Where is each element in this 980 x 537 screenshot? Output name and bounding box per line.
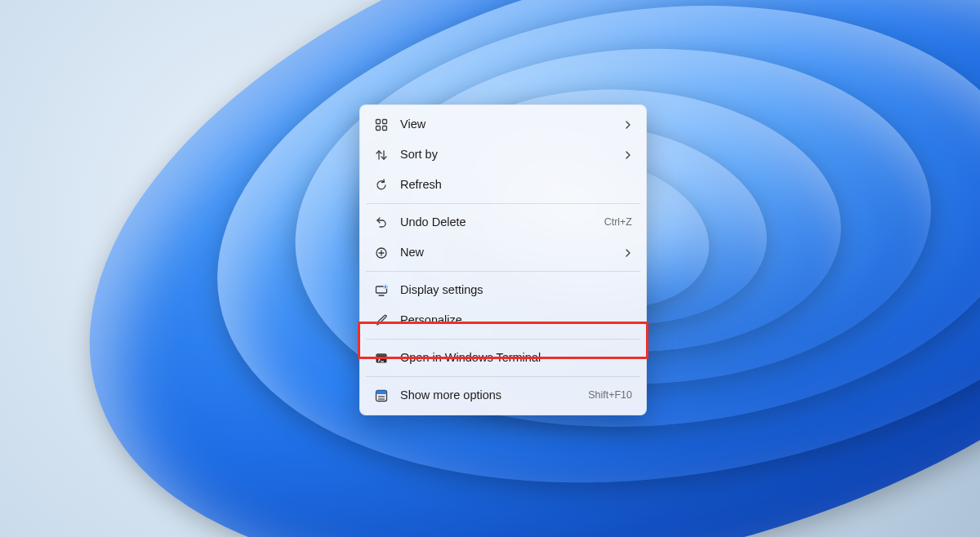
undo-icon (374, 215, 389, 230)
show-more-icon (374, 388, 389, 403)
menu-item-open-terminal[interactable]: Open in Windows Terminal (364, 343, 642, 373)
svg-rect-2 (376, 126, 381, 130)
chevron-right-icon (624, 121, 632, 129)
terminal-icon (374, 351, 389, 366)
menu-separator (366, 376, 640, 377)
menu-item-undo-delete[interactable]: Undo Delete Ctrl+Z (364, 207, 642, 237)
svg-line-20 (384, 287, 385, 288)
new-icon (374, 246, 389, 260)
svg-rect-25 (376, 390, 387, 394)
menu-separator (366, 203, 640, 204)
chevron-right-icon (624, 249, 632, 257)
menu-item-label: Display settings (400, 284, 632, 296)
menu-item-new[interactable]: New (364, 237, 642, 268)
chevron-right-icon (624, 151, 632, 159)
menu-item-refresh[interactable]: Refresh (364, 170, 642, 200)
menu-separator (366, 271, 640, 272)
menu-item-label: Refresh (400, 179, 632, 191)
svg-rect-22 (376, 353, 387, 356)
menu-item-sort-by[interactable]: Sort by (364, 140, 642, 170)
menu-item-label: View (400, 118, 617, 131)
desktop-context-menu: View Sort by (359, 104, 647, 415)
svg-rect-0 (376, 119, 381, 123)
svg-line-18 (386, 287, 387, 288)
menu-item-label: Show more options (400, 389, 581, 402)
menu-separator (366, 339, 640, 340)
menu-item-label: Open in Windows Terminal (400, 352, 632, 364)
svg-line-17 (384, 285, 385, 286)
menu-item-show-more-options[interactable]: Show more options Shift+F10 (364, 380, 642, 411)
sort-icon (374, 148, 389, 162)
menu-item-label: New (400, 246, 617, 259)
menu-item-label: Sort by (400, 149, 617, 161)
view-icon (374, 118, 389, 132)
svg-rect-3 (383, 126, 387, 130)
menu-item-label: Personalize (400, 314, 632, 326)
svg-rect-1 (383, 119, 387, 123)
svg-point-12 (385, 286, 386, 287)
menu-item-label: Undo Delete (400, 216, 598, 229)
svg-line-19 (386, 285, 387, 286)
display-settings-icon (374, 283, 389, 298)
refresh-icon (374, 178, 389, 193)
menu-item-accelerator: Ctrl+Z (604, 217, 632, 228)
menu-item-view[interactable]: View (364, 109, 642, 140)
menu-item-display-settings[interactable]: Display settings (364, 275, 642, 305)
personalize-icon (374, 313, 389, 328)
menu-item-personalize[interactable]: Personalize (364, 305, 642, 335)
menu-item-accelerator: Shift+F10 (588, 390, 632, 401)
